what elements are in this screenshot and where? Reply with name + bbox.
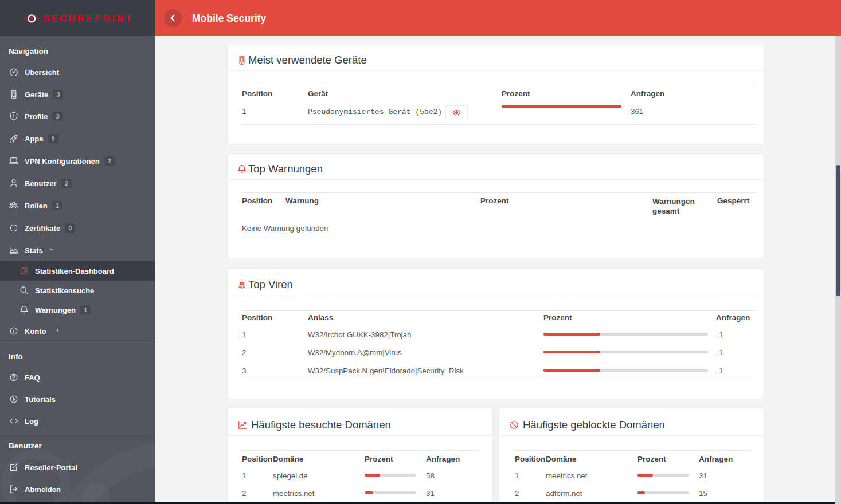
svg-text:SECUREPOINT: SECUREPOINT [43,14,133,23]
